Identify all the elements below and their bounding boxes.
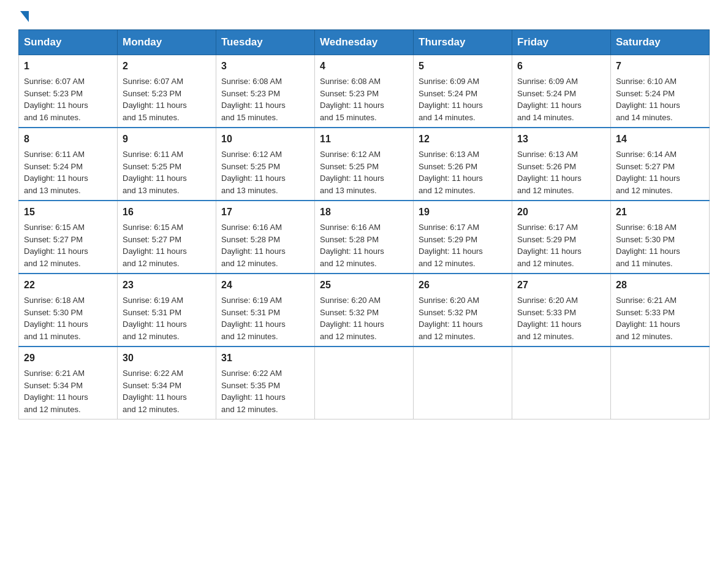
calendar-cell bbox=[414, 347, 512, 419]
day-number: 7 bbox=[616, 59, 704, 74]
calendar-cell: 10Sunrise: 6:12 AMSunset: 5:25 PMDayligh… bbox=[216, 128, 315, 201]
day-number: 15 bbox=[24, 205, 112, 220]
calendar-cell: 28Sunrise: 6:21 AMSunset: 5:33 PMDayligh… bbox=[611, 274, 710, 347]
calendar-table: SundayMondayTuesdayWednesdayThursdayFrid… bbox=[18, 29, 710, 419]
calendar-cell: 30Sunrise: 6:22 AMSunset: 5:34 PMDayligh… bbox=[118, 347, 216, 419]
day-number: 16 bbox=[123, 205, 211, 220]
day-number: 2 bbox=[123, 59, 211, 74]
day-number: 29 bbox=[24, 351, 112, 366]
column-header-tuesday: Tuesday bbox=[216, 30, 315, 55]
day-number: 28 bbox=[616, 278, 704, 293]
page-header bbox=[18, 12, 710, 23]
calendar-cell: 6Sunrise: 6:09 AMSunset: 5:24 PMDaylight… bbox=[512, 55, 611, 128]
calendar-cell: 13Sunrise: 6:13 AMSunset: 5:26 PMDayligh… bbox=[512, 128, 611, 201]
calendar-week-5: 29Sunrise: 6:21 AMSunset: 5:34 PMDayligh… bbox=[19, 347, 710, 419]
calendar-week-2: 8Sunrise: 6:11 AMSunset: 5:24 PMDaylight… bbox=[19, 128, 710, 201]
column-header-saturday: Saturday bbox=[611, 30, 710, 55]
day-number: 1 bbox=[24, 59, 112, 74]
column-header-wednesday: Wednesday bbox=[315, 30, 414, 55]
day-number: 3 bbox=[221, 59, 309, 74]
day-number: 21 bbox=[616, 205, 704, 220]
calendar-cell: 24Sunrise: 6:19 AMSunset: 5:31 PMDayligh… bbox=[216, 274, 315, 347]
column-header-monday: Monday bbox=[118, 30, 216, 55]
calendar-cell: 29Sunrise: 6:21 AMSunset: 5:34 PMDayligh… bbox=[19, 347, 118, 419]
day-number: 20 bbox=[517, 205, 605, 220]
day-number: 13 bbox=[517, 132, 605, 147]
day-number: 4 bbox=[320, 59, 408, 74]
calendar-cell: 5Sunrise: 6:09 AMSunset: 5:24 PMDaylight… bbox=[414, 55, 512, 128]
calendar-week-4: 22Sunrise: 6:18 AMSunset: 5:30 PMDayligh… bbox=[19, 274, 710, 347]
calendar-cell: 11Sunrise: 6:12 AMSunset: 5:25 PMDayligh… bbox=[315, 128, 414, 201]
day-number: 22 bbox=[24, 278, 112, 293]
calendar-week-3: 15Sunrise: 6:15 AMSunset: 5:27 PMDayligh… bbox=[19, 201, 710, 274]
calendar-cell: 2Sunrise: 6:07 AMSunset: 5:23 PMDaylight… bbox=[118, 55, 216, 128]
calendar-cell: 1Sunrise: 6:07 AMSunset: 5:23 PMDaylight… bbox=[19, 55, 118, 128]
day-number: 18 bbox=[320, 205, 408, 220]
calendar-cell: 16Sunrise: 6:15 AMSunset: 5:27 PMDayligh… bbox=[118, 201, 216, 274]
calendar-cell: 19Sunrise: 6:17 AMSunset: 5:29 PMDayligh… bbox=[414, 201, 512, 274]
calendar-cell bbox=[611, 347, 710, 419]
logo bbox=[18, 12, 29, 23]
day-number: 8 bbox=[24, 132, 112, 147]
calendar-cell: 9Sunrise: 6:11 AMSunset: 5:25 PMDaylight… bbox=[118, 128, 216, 201]
day-number: 24 bbox=[221, 278, 309, 293]
calendar-header-row: SundayMondayTuesdayWednesdayThursdayFrid… bbox=[19, 30, 710, 55]
day-number: 23 bbox=[123, 278, 211, 293]
calendar-cell: 18Sunrise: 6:16 AMSunset: 5:28 PMDayligh… bbox=[315, 201, 414, 274]
calendar-cell: 26Sunrise: 6:20 AMSunset: 5:32 PMDayligh… bbox=[414, 274, 512, 347]
day-number: 5 bbox=[419, 59, 507, 74]
day-number: 17 bbox=[221, 205, 309, 220]
day-number: 6 bbox=[517, 59, 605, 74]
calendar-week-1: 1Sunrise: 6:07 AMSunset: 5:23 PMDaylight… bbox=[19, 55, 710, 128]
calendar-cell: 8Sunrise: 6:11 AMSunset: 5:24 PMDaylight… bbox=[19, 128, 118, 201]
day-number: 9 bbox=[123, 132, 211, 147]
day-number: 11 bbox=[320, 132, 408, 147]
column-header-thursday: Thursday bbox=[414, 30, 512, 55]
column-header-sunday: Sunday bbox=[19, 30, 118, 55]
calendar-cell: 31Sunrise: 6:22 AMSunset: 5:35 PMDayligh… bbox=[216, 347, 315, 419]
calendar-cell: 4Sunrise: 6:08 AMSunset: 5:23 PMDaylight… bbox=[315, 55, 414, 128]
day-number: 30 bbox=[123, 351, 211, 366]
day-number: 12 bbox=[419, 132, 507, 147]
calendar-cell: 22Sunrise: 6:18 AMSunset: 5:30 PMDayligh… bbox=[19, 274, 118, 347]
day-number: 26 bbox=[419, 278, 507, 293]
day-number: 27 bbox=[517, 278, 605, 293]
day-number: 10 bbox=[221, 132, 309, 147]
calendar-cell: 7Sunrise: 6:10 AMSunset: 5:24 PMDaylight… bbox=[611, 55, 710, 128]
day-number: 25 bbox=[320, 278, 408, 293]
calendar-cell: 12Sunrise: 6:13 AMSunset: 5:26 PMDayligh… bbox=[414, 128, 512, 201]
calendar-cell: 17Sunrise: 6:16 AMSunset: 5:28 PMDayligh… bbox=[216, 201, 315, 274]
calendar-cell: 14Sunrise: 6:14 AMSunset: 5:27 PMDayligh… bbox=[611, 128, 710, 201]
logo-triangle-icon bbox=[20, 11, 29, 22]
calendar-cell: 21Sunrise: 6:18 AMSunset: 5:30 PMDayligh… bbox=[611, 201, 710, 274]
calendar-cell: 20Sunrise: 6:17 AMSunset: 5:29 PMDayligh… bbox=[512, 201, 611, 274]
day-number: 19 bbox=[419, 205, 507, 220]
calendar-cell: 3Sunrise: 6:08 AMSunset: 5:23 PMDaylight… bbox=[216, 55, 315, 128]
calendar-cell bbox=[512, 347, 611, 419]
calendar-cell bbox=[315, 347, 414, 419]
column-header-friday: Friday bbox=[512, 30, 611, 55]
calendar-cell: 23Sunrise: 6:19 AMSunset: 5:31 PMDayligh… bbox=[118, 274, 216, 347]
calendar-cell: 15Sunrise: 6:15 AMSunset: 5:27 PMDayligh… bbox=[19, 201, 118, 274]
day-number: 31 bbox=[221, 351, 309, 366]
day-number: 14 bbox=[616, 132, 704, 147]
calendar-cell: 25Sunrise: 6:20 AMSunset: 5:32 PMDayligh… bbox=[315, 274, 414, 347]
calendar-cell: 27Sunrise: 6:20 AMSunset: 5:33 PMDayligh… bbox=[512, 274, 611, 347]
